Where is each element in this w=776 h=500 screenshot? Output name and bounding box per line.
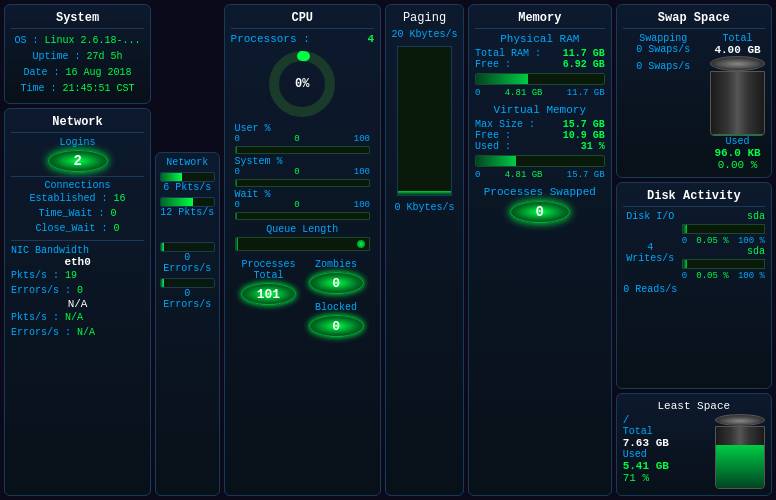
network-bar2 — [160, 197, 214, 207]
donut-ring: 0% — [267, 49, 337, 119]
system-info: OS : Linux 2.6.18-... Uptime : 27d 5h Da… — [11, 33, 144, 97]
errors2-section: 0 Errors/s — [160, 278, 214, 310]
read-bar-fill — [683, 260, 687, 268]
network-panel: Network Logins 2 Connections Established… — [4, 108, 151, 496]
user-min: 0 — [235, 134, 240, 144]
disk-activity-panel: Disk Activity Disk I/O 4 Writes/s 0 Read… — [616, 182, 772, 389]
network-bar2-fill — [161, 198, 192, 206]
processes-swapped-section: Processes Swapped 0 — [475, 186, 605, 223]
network-bar1-fill — [161, 173, 182, 181]
network-speed-label: Network — [160, 157, 214, 168]
established-label: Established : — [30, 193, 108, 204]
max-size-label: Max Size : — [475, 119, 535, 130]
right-column: Swap Space Swapping 0 Swaps/s 0 Swaps/s … — [616, 4, 772, 496]
paging-bar-vertical — [397, 46, 452, 196]
errors2-label: Errors/s : — [11, 327, 71, 338]
writes-label: 4 Writes/s — [623, 242, 678, 264]
os-label: OS : — [15, 35, 39, 46]
least-cylinder-top-inner — [720, 417, 760, 425]
proc-swapped-value: 0 — [510, 201, 570, 223]
ram-bar-fill — [476, 74, 528, 84]
timewait-row: Time_Wait : 0 — [11, 206, 144, 221]
errors1-section: 0 Errors/s — [160, 242, 214, 274]
zombies-label: Zombies — [309, 259, 364, 270]
uptime-label: Uptime : — [33, 51, 81, 62]
established-row: Established : 16 — [11, 191, 144, 206]
vfree-label: Free : — [475, 130, 511, 141]
swap-used-value: 96.0 KB — [710, 147, 765, 159]
ram-bar-labels: 0 4.81 GB 11.7 GB — [475, 88, 605, 98]
cpu-panel: CPU Processors : 4 0% User % 0 0 100 — [224, 4, 381, 496]
swap-right: Total 4.00 GB Used 96.0 KB 0.00 % — [710, 33, 765, 171]
swap-used-label: Used — [710, 136, 765, 147]
physical-ram-section: Physical RAM Total RAM : 11.7 GB Free : … — [475, 33, 605, 98]
vmem-bar-mid: 4.81 GB — [505, 170, 543, 180]
paging-speed1: 20 Kbytes/s — [391, 29, 457, 40]
os-row: OS : Linux 2.6.18-... — [11, 33, 144, 49]
date-label: Date : — [24, 67, 60, 78]
wait-bar — [235, 212, 370, 220]
swaps2-label: 0 Swaps/s — [623, 61, 704, 72]
swapping-label: Swapping — [623, 33, 704, 44]
write-start: 0 — [682, 236, 687, 246]
queue-label: Queue Length — [235, 224, 370, 235]
memory-title: Memory — [475, 11, 605, 29]
sys-bar — [235, 179, 370, 187]
errors-label: Errors/s : — [11, 285, 71, 296]
timewait-label: Time_Wait : — [39, 208, 105, 219]
errors2-value: N/A — [77, 327, 95, 338]
user-bar — [235, 146, 370, 154]
max-size-row: Max Size : 15.7 GB — [475, 119, 605, 130]
total-ram-row: Total RAM : 11.7 GB — [475, 48, 605, 59]
wait-val: 0 — [294, 200, 299, 210]
cylinder-top-inner — [715, 59, 760, 69]
paging-title: Paging — [403, 11, 446, 25]
nic-label: NIC Bandwidth — [11, 245, 144, 256]
paging-panel: Paging 20 Kbytes/s 0 Kbytes/s — [385, 4, 464, 496]
wait-bar-nums: 0 0 100 — [235, 200, 370, 210]
connections-label: Connections — [11, 180, 144, 191]
zombies-section: Zombies 0 — [309, 259, 364, 296]
os-value: Linux 2.6.18-... — [45, 35, 141, 46]
errors-bar1 — [160, 242, 214, 252]
vmem-bar-end: 15.7 GB — [567, 170, 605, 180]
sys-val: 0 — [294, 167, 299, 177]
vmem-bar-fill — [476, 156, 516, 166]
vmem-bar-start: 0 — [475, 170, 480, 180]
disk-content: Disk I/O 4 Writes/s 0 Reads/s sda 0 0.05… — [623, 211, 765, 295]
least-cylinder-container — [715, 414, 765, 489]
established-value: 16 — [114, 193, 126, 204]
least-used-pct: 71 % — [623, 472, 711, 484]
swap-content: Swapping 0 Swaps/s 0 Swaps/s Total 4.00 … — [623, 33, 765, 171]
vfree-value: 10.9 GB — [563, 130, 605, 141]
least-path: / — [623, 414, 711, 426]
uptime-row: Uptime : 27d 5h — [11, 49, 144, 65]
total-value: 101 — [241, 283, 296, 305]
vmem-bar-labels: 0 4.81 GB 15.7 GB — [475, 170, 605, 180]
date-value: 16 Aug 2018 — [66, 67, 132, 78]
speed1-label: 6 Pkts/s — [160, 182, 214, 193]
pkts-row: Pkts/s : 19 — [11, 268, 144, 283]
time-value: 21:45:51 CST — [63, 83, 135, 94]
eth0-label: eth0 — [11, 256, 144, 268]
user-val: 0 — [294, 134, 299, 144]
wait-max: 100 — [354, 200, 370, 210]
sys-bar-fill — [236, 180, 237, 186]
system-label: System % — [235, 156, 370, 167]
swap-space-panel: Swap Space Swapping 0 Swaps/s 0 Swaps/s … — [616, 4, 772, 178]
errors-bar2 — [160, 278, 214, 288]
physical-ram-label: Physical RAM — [475, 33, 605, 45]
pkts2-label: Pkts/s : — [11, 312, 59, 323]
vused-row: Used : 31 % — [475, 141, 605, 152]
least-space-panel: Least Space / Total 7.63 GB Used 5.41 GB… — [616, 393, 772, 496]
errors2-row: Errors/s : N/A — [11, 325, 144, 340]
sda-top-label: sda — [682, 211, 765, 222]
ram-bar-start: 0 — [475, 88, 480, 98]
processors-label: Processors : — [231, 33, 310, 45]
ram-bar-mid: 4.81 GB — [505, 88, 543, 98]
virtual-memory-label: Virtual Memory — [475, 104, 605, 116]
network-bar1 — [160, 172, 214, 182]
swap-cylinder — [710, 56, 765, 136]
disk-labels: Disk I/O 4 Writes/s 0 Reads/s — [623, 211, 678, 295]
cylinder-fill — [711, 134, 764, 135]
